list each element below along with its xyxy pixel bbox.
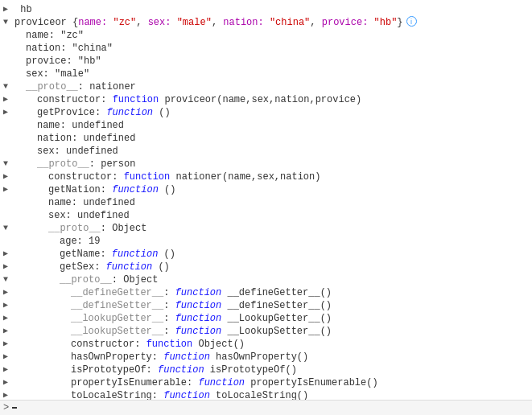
bottom-bar: > (0, 400, 532, 415)
arrow-area (3, 3, 14, 16)
prompt-symbol: > (3, 402, 9, 413)
expand-arrow[interactable] (3, 273, 8, 286)
collapse-arrow[interactable] (3, 93, 8, 106)
arrow-area (3, 261, 14, 273)
arrow-area (3, 376, 14, 389)
code-token: function (112, 248, 159, 261)
console-line: constructor: function nationer(name,sex,… (0, 171, 532, 183)
code-token: : (163, 286, 175, 299)
arrow-area (3, 338, 14, 351)
collapse-arrow[interactable] (3, 171, 8, 183)
collapse-arrow[interactable] (3, 183, 8, 196)
code-token: () (158, 248, 175, 261)
code-token: function (112, 183, 159, 196)
code-token: getProvice: (37, 106, 106, 119)
console-panel: hbproviceor {name: "zc", sex: "male", na… (0, 0, 532, 415)
arrow-area (3, 171, 14, 183)
console-line: name: undefined (0, 196, 532, 209)
console-line: proviceor {name: "zc", sex: "male", nati… (0, 16, 532, 29)
code-token: { (72, 16, 78, 29)
console-line: __defineGetter__: function __defineGette… (0, 286, 532, 299)
code-token: hasOwnProperty() (210, 351, 308, 364)
code-token: __proto__ (60, 273, 112, 286)
console-line: constructor: function proviceor(name,sex… (0, 93, 532, 106)
code-token: __defineGetter__ (71, 286, 163, 299)
code-token: __defineSetter__ (71, 299, 163, 312)
code-token: } (397, 16, 402, 29)
console-line: hb (0, 3, 532, 16)
collapse-arrow[interactable] (3, 261, 8, 273)
code-token: function (106, 261, 153, 273)
code-token: "zc" (113, 16, 136, 29)
console-line: nation: undefined (0, 132, 532, 145)
code-token: function (175, 312, 222, 325)
code-token: function (175, 299, 222, 312)
arrow-area (3, 248, 14, 261)
code-token: constructor: (37, 93, 113, 106)
code-token: , (212, 16, 223, 29)
code-token: function (198, 376, 245, 389)
code-token: function (113, 93, 159, 106)
collapse-arrow[interactable] (3, 248, 8, 261)
code-token: isPrototypeOf: (71, 364, 158, 376)
code-token: "male" (177, 16, 212, 29)
expand-arrow[interactable] (3, 80, 8, 93)
code-token: age: 19 (60, 235, 100, 248)
collapse-arrow[interactable] (3, 376, 8, 389)
console-line: constructor: function Object() (0, 338, 532, 351)
code-token: : (163, 299, 175, 312)
expand-arrow[interactable] (3, 16, 8, 29)
code-token: provice: "hb" (26, 55, 101, 68)
collapse-arrow[interactable] (3, 3, 8, 16)
collapse-arrow[interactable] (3, 299, 8, 312)
code-token: propertyIsEnumerable() (245, 376, 378, 389)
arrow-area (3, 222, 14, 235)
collapse-arrow[interactable] (3, 351, 8, 364)
code-token: name: undefined (48, 196, 135, 209)
code-token: provice: (322, 16, 374, 29)
arrow-area (3, 364, 14, 376)
console-line: sex: undefined (0, 209, 532, 222)
arrow-area (3, 106, 14, 119)
code-token: constructor: (71, 338, 146, 351)
console-line: getNation: function () (0, 183, 532, 196)
code-token: hasOwnProperty: (71, 351, 163, 364)
code-token: function (175, 325, 222, 338)
collapse-arrow[interactable] (3, 338, 8, 351)
collapse-arrow[interactable] (3, 106, 8, 119)
console-line: provice: "hb" (0, 55, 532, 68)
collapse-arrow[interactable] (3, 312, 8, 325)
arrow-area (3, 351, 14, 364)
console-line: propertyIsEnumerable: function propertyI… (0, 376, 532, 389)
console-line: __lookupGetter__: function __LookupGette… (0, 312, 532, 325)
console-line: hasOwnProperty: function hasOwnProperty(… (0, 351, 532, 364)
code-token: function (175, 286, 222, 299)
code-token: Object() (192, 338, 245, 351)
code-token: constructor: (48, 171, 124, 183)
console-line: getName: function () (0, 248, 532, 261)
console-line: sex: "male" (0, 68, 532, 80)
expand-arrow[interactable] (3, 158, 8, 171)
info-icon[interactable]: i (406, 16, 417, 27)
code-token: function (124, 171, 171, 183)
code-token: : Object (101, 222, 147, 235)
code-token: sex: undefined (37, 145, 118, 158)
console-line: sex: undefined (0, 145, 532, 158)
code-token: sex: "male" (26, 68, 89, 80)
console-line: __defineSetter__: function __defineSette… (0, 299, 532, 312)
arrow-area (3, 325, 14, 338)
collapse-arrow[interactable] (3, 286, 8, 299)
arrow-area (3, 299, 14, 312)
console-line: age: 19 (0, 235, 532, 248)
arrow-area (3, 183, 14, 196)
code-token: "china" (270, 16, 310, 29)
code-token: nation: undefined (37, 132, 135, 145)
arrow-area (3, 80, 14, 93)
collapse-arrow[interactable] (3, 325, 8, 338)
console-line: isPrototypeOf: function isPrototypeOf() (0, 364, 532, 376)
collapse-arrow[interactable] (3, 364, 8, 376)
code-token: proviceor(name,sex,nation,provice) (159, 93, 361, 106)
code-token: function (146, 338, 193, 351)
expand-arrow[interactable] (3, 222, 8, 235)
code-token: () (159, 183, 176, 196)
